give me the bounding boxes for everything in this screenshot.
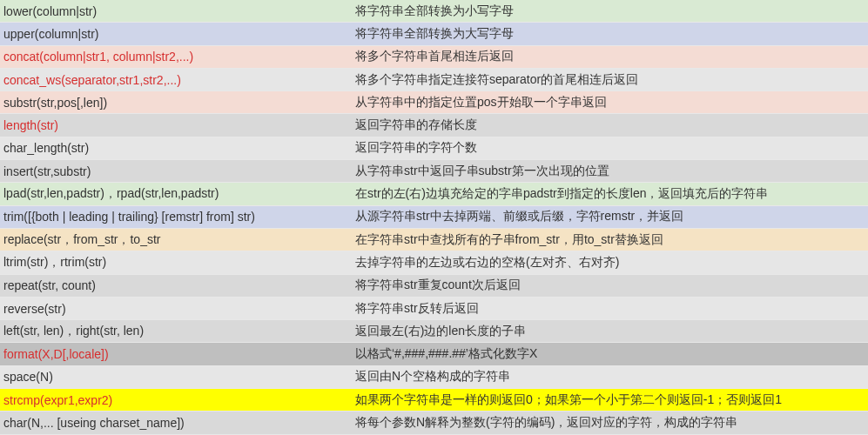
table-row: format(X,D[,locale])以格式‘#,###,###.##’格式化… (0, 343, 868, 365)
function-signature: reverse(str) (0, 302, 352, 316)
function-signature: space(N) (0, 370, 352, 384)
table-row: upper(column|str)将字符串全部转换为大写字母 (0, 23, 868, 45)
function-signature: lpad(str,len,padstr)，rpad(str,len,padstr… (0, 186, 352, 202)
function-signature: concat(column|str1, column|str2,...) (0, 50, 352, 64)
function-description: 返回最左(右)边的len长度的子串 (352, 324, 868, 339)
table-row: char_length(str)返回字符串的字符个数 (0, 137, 868, 160)
function-description: 在str的左(右)边填充给定的字串padstr到指定的长度len，返回填充后的字… (352, 186, 868, 202)
function-description: 在字符串str中查找所有的子串from_str，用to_str替换返回 (352, 232, 868, 248)
function-signature: strcmp(expr1,expr2) (0, 393, 352, 407)
function-description: 将多个字符串首尾相连后返回 (352, 49, 868, 64)
table-row: repeat(str, count)将字符串str重复count次后返回 (0, 275, 868, 298)
table-row: left(str, len)，right(str, len)返回最左(右)边的l… (0, 320, 868, 343)
table-row: substr(str,pos[,len])从字符串中的指定位置pos开始取一个字… (0, 91, 868, 114)
function-reference-table: lower(column|str)将字符串全部转换为小写字母upper(colu… (0, 0, 868, 435)
function-signature: char(N,... [useing charset_name]) (0, 416, 352, 430)
function-signature: substr(str,pos[,len]) (0, 96, 352, 110)
function-description: 如果两个字符串是一样的则返回0；如果第一个小于第二个则返回-1；否则返回1 (352, 392, 868, 408)
table-row: space(N)返回由N个空格构成的字符串 (0, 366, 868, 389)
function-signature: lower(column|str) (0, 4, 352, 18)
function-signature: repeat(str, count) (0, 278, 352, 292)
function-description: 以格式‘#,###,###.##’格式化数字X (352, 346, 868, 362)
table-row: reverse(str)将字符串str反转后返回 (0, 298, 868, 320)
table-row: lpad(str,len,padstr)，rpad(str,len,padstr… (0, 183, 868, 205)
function-description: 从字符串中的指定位置pos开始取一个字串返回 (352, 95, 868, 110)
function-signature: concat_ws(separator,str1,str2,...) (0, 73, 352, 87)
table-row: insert(str,substr)从字符串str中返回子串substr第一次出… (0, 160, 868, 183)
function-signature: replace(str，from_str，to_str (0, 232, 352, 248)
table-row: ltrim(str)，rtrim(str)去掉字符串的左边或右边的空格(左对齐、… (0, 251, 868, 274)
function-description: 返回字符串的字符个数 (352, 140, 868, 156)
function-signature: char_length(str) (0, 141, 352, 155)
function-description: 将字符串全部转换为大写字母 (352, 26, 868, 42)
function-description: 将多个字符串指定连接符separator的首尾相连后返回 (352, 72, 868, 88)
table-row: strcmp(expr1,expr2)如果两个字符串是一样的则返回0；如果第一个… (0, 389, 868, 412)
function-description: 将每个参数N解释为整数(字符的编码)，返回对应的字符，构成的字符串 (352, 415, 868, 431)
function-description: 从源字符串str中去掉两端、前缀或后缀，字符remstr，并返回 (352, 209, 868, 224)
function-signature: upper(column|str) (0, 27, 352, 41)
function-signature: left(str, len)，right(str, len) (0, 324, 352, 339)
function-signature: trim([{both | leading | trailing} [remst… (0, 210, 352, 224)
function-signature: length(str) (0, 118, 352, 132)
table-row: lower(column|str)将字符串全部转换为小写字母 (0, 0, 868, 23)
function-description: 去掉字符串的左边或右边的空格(左对齐、右对齐) (352, 255, 868, 271)
function-description: 将字符串str重复count次后返回 (352, 278, 868, 293)
function-description: 从字符串str中返回子串substr第一次出现的位置 (352, 164, 868, 179)
function-signature: format(X,D[,locale]) (0, 347, 352, 361)
function-signature: ltrim(str)，rtrim(str) (0, 255, 352, 271)
table-row: trim([{both | leading | trailing} [remst… (0, 206, 868, 229)
function-signature: insert(str,substr) (0, 164, 352, 178)
table-row: length(str)返回字符串的存储长度 (0, 114, 868, 137)
table-row: char(N,... [useing charset_name])将每个参数N解… (0, 412, 868, 434)
table-row: concat_ws(separator,str1,str2,...)将多个字符串… (0, 69, 868, 91)
function-description: 返回字符串的存储长度 (352, 117, 868, 133)
function-description: 将字符串全部转换为小写字母 (352, 3, 868, 19)
function-description: 将字符串str反转后返回 (352, 301, 868, 317)
table-row: replace(str，from_str，to_str在字符串str中查找所有的… (0, 229, 868, 251)
table-row: concat(column|str1, column|str2,...)将多个字… (0, 46, 868, 69)
function-description: 返回由N个空格构成的字符串 (352, 369, 868, 385)
